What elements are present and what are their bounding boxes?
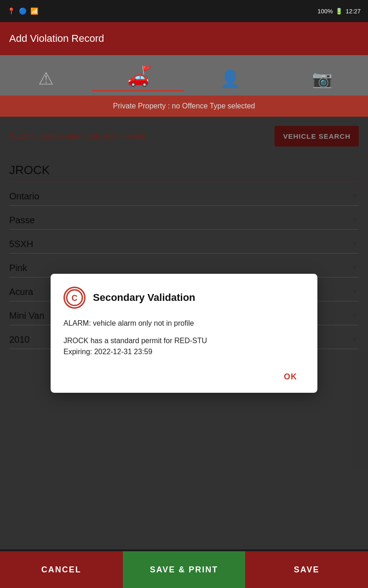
save-print-button[interactable]: SAVE & PRINT [123, 551, 246, 588]
tab-camera[interactable]: 📷 [276, 59, 368, 91]
modal-ok-button[interactable]: OK [276, 368, 305, 385]
modal-expiry-text: Expiring: 2022-12-31 23:59 [63, 346, 305, 357]
bottom-bar: CANCEL SAVE & PRINT SAVE [0, 551, 368, 588]
page-title: Add Violation Record [9, 33, 104, 45]
modal-alarm-text: ALARM: vehicle alarm only not in profile [63, 318, 305, 329]
svg-text:C: C [72, 294, 78, 303]
tab-person[interactable]: 👤 [184, 59, 276, 91]
app-header: Add Violation Record [0, 22, 368, 55]
battery-icon: 🔋 [335, 8, 343, 15]
wifi-icon: 📶 [30, 7, 38, 15]
alert-banner-text: Private Property : no Offence Type selec… [113, 102, 255, 110]
main-content: ALERT! vehicle alarm only not in profile… [0, 117, 368, 549]
save-button[interactable]: SAVE [245, 551, 368, 588]
modal-overlay: C Secondary Validation ALARM: vehicle al… [0, 117, 368, 549]
modal-footer: OK [63, 368, 305, 385]
cancel-button[interactable]: CANCEL [0, 551, 123, 588]
alert-banner: Private Property : no Offence Type selec… [0, 96, 368, 117]
location-icon: 📍 [7, 7, 15, 15]
tab-car-flag[interactable]: 🚗🚩 [92, 59, 184, 91]
car-flag-icon: 🚗🚩 [127, 67, 149, 87]
app-logo-icon: C [63, 287, 86, 309]
time-label: 12:27 [345, 8, 361, 15]
tab-warning[interactable]: ⚠ [0, 59, 92, 91]
secondary-validation-modal: C Secondary Validation ALARM: vehicle al… [51, 274, 317, 393]
modal-header: C Secondary Validation [63, 287, 305, 309]
battery-label: 100% [317, 8, 333, 15]
status-left-icons: 📍 🔵 📶 [7, 7, 38, 15]
warning-icon: ⚠ [38, 68, 54, 89]
status-bar: 📍 🔵 📶 100% 🔋 12:27 [0, 0, 368, 22]
person-icon: 👤 [220, 69, 241, 89]
bluetooth-icon: 🔵 [19, 7, 27, 15]
modal-title: Secondary Validation [93, 292, 196, 304]
camera-icon: 📷 [312, 69, 333, 89]
status-right-info: 100% 🔋 12:27 [317, 8, 361, 15]
modal-permit-text: JROCK has a standard permit for RED-STU [63, 335, 305, 346]
tab-bar: ⚠ 🚗🚩 👤 📷 [0, 55, 368, 96]
modal-body: ALARM: vehicle alarm only not in profile… [63, 318, 305, 357]
